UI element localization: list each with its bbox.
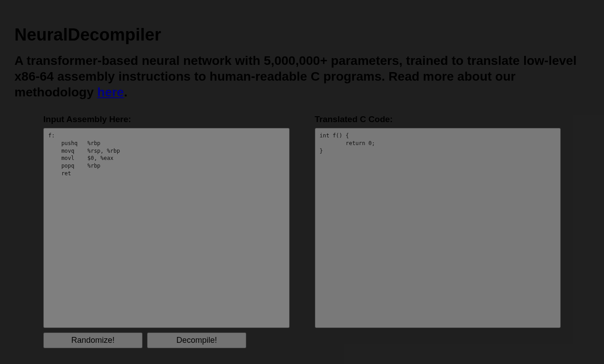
page-title: NeuralDecompiler bbox=[14, 25, 590, 45]
methodology-link[interactable]: here bbox=[97, 85, 124, 99]
randomize-button[interactable]: Randomize! bbox=[43, 332, 143, 348]
output-panel: Translated C Code: int f() { return 0; } bbox=[315, 114, 561, 348]
assembly-input[interactable] bbox=[43, 128, 290, 328]
page-subtitle: A transformer-based neural network with … bbox=[14, 53, 590, 100]
c-output: int f() { return 0; } bbox=[315, 128, 561, 328]
panels-row: Input Assembly Here: Randomize! Decompil… bbox=[14, 114, 590, 348]
main-container: NeuralDecompiler A transformer-based neu… bbox=[0, 0, 604, 363]
input-panel: Input Assembly Here: Randomize! Decompil… bbox=[43, 114, 290, 348]
button-row: Randomize! Decompile! bbox=[43, 332, 290, 348]
subtitle-text-post: . bbox=[124, 85, 128, 99]
output-label: Translated C Code: bbox=[315, 114, 561, 124]
input-label: Input Assembly Here: bbox=[43, 114, 290, 124]
decompile-button[interactable]: Decompile! bbox=[147, 332, 246, 348]
